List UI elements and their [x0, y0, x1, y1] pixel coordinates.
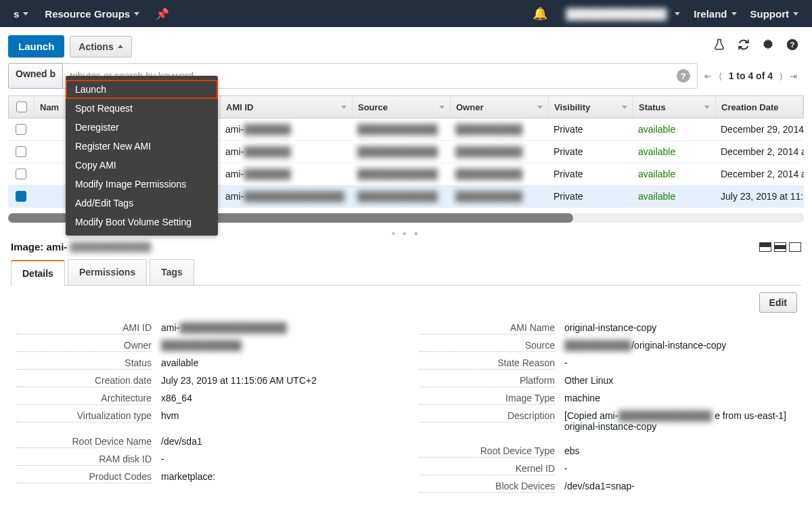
settings-icon[interactable] [762, 39, 774, 54]
notifications-icon[interactable]: 🔔 [524, 6, 556, 21]
field-value: /dev/sda1=snap- [564, 481, 796, 491]
sort-icon [439, 106, 445, 109]
chevron-up-icon [118, 45, 123, 48]
actions-dropdown: Launch Spot Request Deregister Register … [66, 76, 218, 236]
sort-icon [537, 106, 543, 109]
field-value: ebs [564, 445, 796, 456]
field-value: marketplace: [161, 471, 392, 482]
action-spot-request[interactable]: Spot Request [66, 99, 218, 118]
sort-icon [622, 106, 627, 109]
field-value: ████████████ [161, 340, 392, 351]
sort-icon [704, 106, 710, 109]
field-value: ██████████/original-instance-copy [564, 340, 796, 351]
field-value: Other Linux [564, 375, 796, 386]
field-label: Virtualization type [16, 410, 152, 422]
column-visibility[interactable]: Visibility [549, 96, 633, 118]
field-label: Platform [420, 375, 555, 387]
field-label: AMI Name [420, 322, 555, 334]
pager-last-icon[interactable]: ⇥ [790, 71, 797, 81]
field-label: Source [420, 340, 555, 352]
column-owner[interactable]: Owner [451, 96, 549, 118]
field-label: Kernel ID [420, 463, 555, 475]
layout-split-icon[interactable] [774, 242, 786, 252]
launch-button[interactable]: Launch [8, 35, 64, 58]
field-value: July 23, 2019 at 11:15:06 AM UTC+2 [161, 375, 392, 386]
detail-header: Image: ami-█████████████ [0, 238, 812, 259]
tab-details[interactable]: Details [11, 260, 65, 286]
account-menu[interactable]: ██████████████ [556, 8, 687, 20]
edit-button[interactable]: Edit [759, 292, 797, 313]
field-value: machine [564, 393, 796, 403]
field-label: Block Devices [420, 481, 555, 493]
field-label: AMI ID [16, 322, 152, 334]
field-value: available [161, 357, 392, 368]
field-label: Description [420, 410, 555, 422]
tab-tags[interactable]: Tags [150, 259, 194, 285]
field-value: [Copied ami-██████████████ e from us-eas… [564, 410, 796, 432]
pager-prev-icon[interactable]: ⟨ [719, 71, 722, 81]
select-all-checkbox[interactable] [16, 102, 27, 112]
action-add-edit-tags[interactable]: Add/Edit Tags [66, 194, 218, 213]
region-menu[interactable]: Ireland [687, 8, 743, 20]
field-value: - [161, 454, 392, 464]
field-label: RAM disk ID [16, 454, 152, 466]
sort-icon [341, 106, 346, 109]
resource-groups-menu[interactable]: Resource Groups [38, 8, 146, 20]
pin-icon[interactable]: 📌 [156, 7, 169, 20]
action-modify-image-permissions[interactable]: Modify Image Permissions [66, 175, 218, 194]
search-help-icon[interactable]: ? [677, 69, 690, 83]
action-register-new-ami[interactable]: Register New AMI [66, 137, 218, 156]
field-value: - [564, 357, 796, 368]
field-value: original-instance-copy [564, 322, 796, 333]
support-menu[interactable]: Support [744, 8, 806, 20]
action-deregister[interactable]: Deregister [66, 118, 218, 137]
field-label: Product Codes [16, 471, 152, 483]
field-value: /dev/sda1 [161, 436, 392, 447]
field-label: Status [16, 357, 152, 370]
row-checkbox[interactable] [16, 124, 26, 135]
owned-by-filter[interactable]: Owned b [8, 63, 63, 89]
field-label: Owner [16, 340, 152, 352]
column-status[interactable]: Status [633, 96, 716, 118]
toolbar: Launch Actions ? [0, 27, 812, 63]
field-label: Architecture [16, 393, 152, 405]
detail-title: Image: ami- [11, 241, 67, 252]
pager-label: 1 to 4 of 4 [729, 70, 773, 81]
field-value: hvm [161, 410, 392, 421]
field-label: Creation date [16, 375, 152, 387]
experiment-icon[interactable] [713, 39, 725, 54]
row-checkbox[interactable] [16, 146, 26, 157]
row-checkbox[interactable] [16, 191, 26, 202]
tab-permissions[interactable]: Permissions [68, 259, 147, 285]
field-value: ami-████████████████ [161, 322, 392, 333]
details-panel: AMI IDami-████████████████ Owner████████… [0, 320, 812, 496]
row-checkbox[interactable] [16, 169, 26, 179]
global-nav: s Resource Groups 📌 🔔 ██████████████ Ire… [0, 0, 812, 27]
resource-groups-label: Resource Groups [45, 8, 130, 20]
action-modify-boot-volume[interactable]: Modify Boot Volume Setting [66, 213, 218, 232]
layout-top-icon[interactable] [759, 242, 771, 252]
column-creation-date[interactable]: Creation Date [716, 96, 803, 118]
layout-full-icon[interactable] [789, 242, 801, 252]
field-value: x86_64 [161, 393, 392, 403]
field-value: - [564, 463, 796, 474]
detail-tabs: Details Permissions Tags [11, 259, 801, 286]
field-label: Root Device Type [420, 445, 555, 458]
action-launch[interactable]: Launch [66, 80, 218, 99]
pager-first-icon[interactable]: ⇤ [704, 71, 712, 81]
help-icon[interactable]: ? [786, 39, 798, 54]
refresh-icon[interactable] [738, 39, 750, 54]
pager-next-icon[interactable]: ⟩ [780, 71, 783, 81]
svg-text:?: ? [790, 41, 795, 49]
actions-button[interactable]: Actions [70, 36, 131, 58]
pager: ⇤ ⟨ 1 to 4 of 4 ⟩ ⇥ [698, 63, 804, 89]
column-source[interactable]: Source [353, 96, 451, 118]
field-label: Image Type [420, 393, 555, 405]
field-label: Root Device Name [16, 436, 152, 448]
action-copy-ami[interactable]: Copy AMI [66, 156, 218, 175]
services-menu[interactable]: s [7, 8, 35, 20]
field-label: State Reason [420, 357, 555, 370]
column-ami-id[interactable]: AMI ID [221, 96, 353, 118]
